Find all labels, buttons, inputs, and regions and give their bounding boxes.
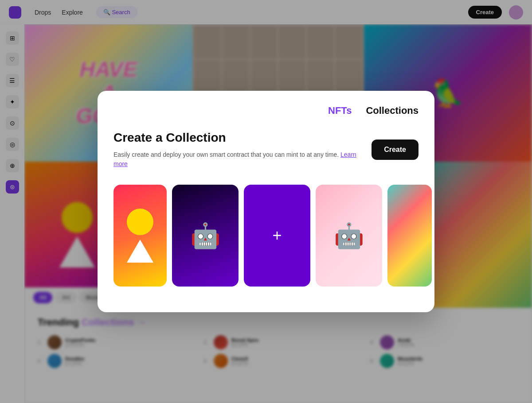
modal-desc-text: Easily create and deploy your own smart … [113,151,339,158]
modal-dialog: NFTs Collections Create a Collection Eas… [98,91,434,312]
plus-icon: + [272,226,282,245]
modal-description: Easily create and deploy your own smart … [113,150,363,169]
modal-title: Create a Collection [113,131,363,145]
collection-card-5[interactable] [387,185,432,287]
tab-nfts[interactable]: NFTs [328,105,352,118]
modal-overlay[interactable]: NFTs Collections Create a Collection Eas… [0,0,532,403]
robot-emoji: 🤖 [190,221,221,250]
robot-emoji-2: 🤖 [334,221,364,250]
collection-card-add[interactable]: + [244,185,310,287]
tab-collections[interactable]: Collections [366,105,419,118]
art-circle [127,209,153,235]
art-triangle [127,240,153,263]
modal-content: Create a Collection Easily create and de… [113,131,419,169]
modal-tabs: NFTs Collections [113,105,419,118]
modal-text-block: Create a Collection Easily create and de… [113,131,363,169]
modal-create-button[interactable]: Create [372,140,419,160]
collection-cards-row: 🤖 + 🤖 [98,185,434,287]
collection-card-1[interactable] [113,185,167,287]
collection-card-2[interactable]: 🤖 [172,185,239,287]
collection-card-4[interactable]: 🤖 [316,185,382,287]
